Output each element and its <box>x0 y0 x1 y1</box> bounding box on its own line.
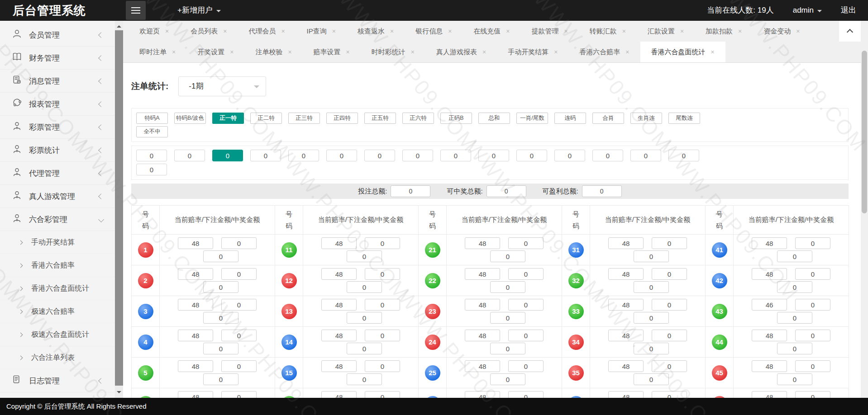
bet-input[interactable] <box>508 268 544 280</box>
play-type-button[interactable]: 正一特 <box>212 113 244 124</box>
win-input[interactable] <box>777 312 812 324</box>
tab-close-icon[interactable]: × <box>172 48 176 56</box>
tab-欢迎页[interactable]: 欢迎页× <box>129 21 180 42</box>
tab-在线充值[interactable]: 在线充值× <box>463 21 520 42</box>
sidebar-item[interactable]: 消息管理 <box>0 70 115 93</box>
tab-close-icon[interactable]: × <box>448 28 452 35</box>
odds-input[interactable] <box>465 299 500 311</box>
sidebar-subitem[interactable]: 香港六合赔率 <box>0 254 115 277</box>
play-type-button[interactable]: 全不中 <box>136 126 168 137</box>
odds-input[interactable] <box>178 237 213 249</box>
win-input[interactable] <box>634 312 669 324</box>
stat-input[interactable] <box>250 150 281 161</box>
play-type-button[interactable]: 正六特 <box>402 113 434 124</box>
tab-close-icon[interactable]: × <box>564 28 568 35</box>
odds-input[interactable] <box>178 330 213 341</box>
stat-input[interactable] <box>288 150 319 161</box>
bet-input[interactable] <box>221 299 257 311</box>
stat-input[interactable] <box>592 150 623 161</box>
play-type-button[interactable]: 正五特 <box>364 113 396 124</box>
tab-转账汇款[interactable]: 转账汇款× <box>579 21 637 42</box>
tab-银行信息[interactable]: 银行信息× <box>405 21 463 42</box>
win-input[interactable] <box>634 373 669 385</box>
bet-input[interactable] <box>365 360 400 372</box>
sidebar-item[interactable]: 彩票统计 <box>0 139 115 162</box>
odds-input[interactable] <box>178 268 213 280</box>
scroll-down-icon[interactable] <box>117 391 121 396</box>
play-type-button[interactable]: 特码A <box>136 113 168 124</box>
stat-input[interactable] <box>478 150 509 161</box>
tab-close-icon[interactable]: × <box>506 28 510 35</box>
tab-close-icon[interactable]: × <box>711 48 715 56</box>
bet-input[interactable] <box>365 299 400 311</box>
play-type-button[interactable]: 连码 <box>554 113 586 124</box>
win-input[interactable] <box>777 373 812 385</box>
sidebar-item[interactable]: 财务管理 <box>0 47 115 70</box>
bet-input[interactable] <box>795 237 830 249</box>
win-input[interactable] <box>634 250 669 262</box>
win-input[interactable] <box>203 373 238 385</box>
sidebar-scrollbar[interactable] <box>115 21 123 398</box>
tab-close-icon[interactable]: × <box>622 28 626 35</box>
tab-赔率设置[interactable]: 赔率设置× <box>303 42 361 62</box>
bet-input[interactable] <box>221 268 257 280</box>
win-input[interactable] <box>634 343 669 354</box>
summary-input[interactable] <box>582 185 622 197</box>
tab-代理会员[interactable]: 代理会员× <box>238 21 296 42</box>
logout-button[interactable]: 退出 <box>841 0 856 21</box>
tab-close-icon[interactable]: × <box>332 28 336 35</box>
odds-input[interactable] <box>321 360 357 372</box>
win-input[interactable] <box>203 250 238 262</box>
play-type-button[interactable]: 正二特 <box>250 113 282 124</box>
bet-input[interactable] <box>652 268 687 280</box>
win-input[interactable] <box>777 281 812 293</box>
tab-汇款设置[interactable]: 汇款设置× <box>637 21 695 42</box>
sidebar-item[interactable]: 会员管理 <box>0 24 115 47</box>
tab-close-icon[interactable]: × <box>288 48 291 56</box>
bet-input[interactable] <box>508 237 544 249</box>
tab-close-icon[interactable]: × <box>796 28 800 35</box>
bet-input[interactable] <box>795 330 830 341</box>
win-input[interactable] <box>490 250 525 262</box>
win-input[interactable] <box>347 343 382 354</box>
tab-资金变动[interactable]: 资金变动× <box>753 21 811 42</box>
bet-input[interactable] <box>508 391 544 398</box>
win-input[interactable] <box>490 373 525 385</box>
bet-input[interactable] <box>652 360 687 372</box>
period-select[interactable]: -1期 <box>178 76 266 96</box>
menu-toggle-button[interactable] <box>126 1 146 20</box>
stat-input[interactable] <box>516 150 547 161</box>
stat-input[interactable] <box>630 150 661 161</box>
play-type-button[interactable]: 尾数连 <box>668 113 700 124</box>
sidebar-item[interactable]: 六合彩管理 <box>0 208 115 231</box>
tab-close-icon[interactable]: × <box>411 48 415 56</box>
odds-input[interactable] <box>608 330 644 341</box>
tab-手动开奖结算[interactable]: 手动开奖结算× <box>497 42 568 62</box>
odds-input[interactable] <box>608 237 644 249</box>
play-type-button[interactable]: 一肖/尾数 <box>516 113 548 124</box>
odds-input[interactable] <box>608 268 644 280</box>
win-input[interactable] <box>777 250 812 262</box>
stat-input[interactable] <box>364 150 395 161</box>
win-input[interactable] <box>490 281 525 293</box>
tab-close-icon[interactable]: × <box>554 48 558 56</box>
tab-close-icon[interactable]: × <box>390 28 394 35</box>
play-type-button[interactable]: 正码B <box>440 113 472 124</box>
stat-input[interactable] <box>554 150 585 161</box>
bet-input[interactable] <box>652 237 687 249</box>
win-input[interactable] <box>203 343 238 354</box>
play-type-button[interactable]: 正三特 <box>288 113 320 124</box>
summary-input[interactable] <box>391 185 430 197</box>
odds-input[interactable] <box>321 268 357 280</box>
page-scrollbar-thumb[interactable] <box>862 51 867 213</box>
sidebar-subitem[interactable]: 极速六合赔率 <box>0 300 115 323</box>
sidebar-subitem[interactable]: 极速六合盘面统计 <box>0 323 115 346</box>
tab-close-icon[interactable]: × <box>281 28 285 35</box>
odds-input[interactable] <box>178 299 213 311</box>
bet-input[interactable] <box>365 237 400 249</box>
win-input[interactable] <box>347 281 382 293</box>
win-input[interactable] <box>490 312 525 324</box>
sidebar-item[interactable]: 真人游戏管理 <box>0 185 115 208</box>
odds-input[interactable] <box>752 360 787 372</box>
sidebar-item[interactable]: 报表管理 <box>0 93 115 116</box>
